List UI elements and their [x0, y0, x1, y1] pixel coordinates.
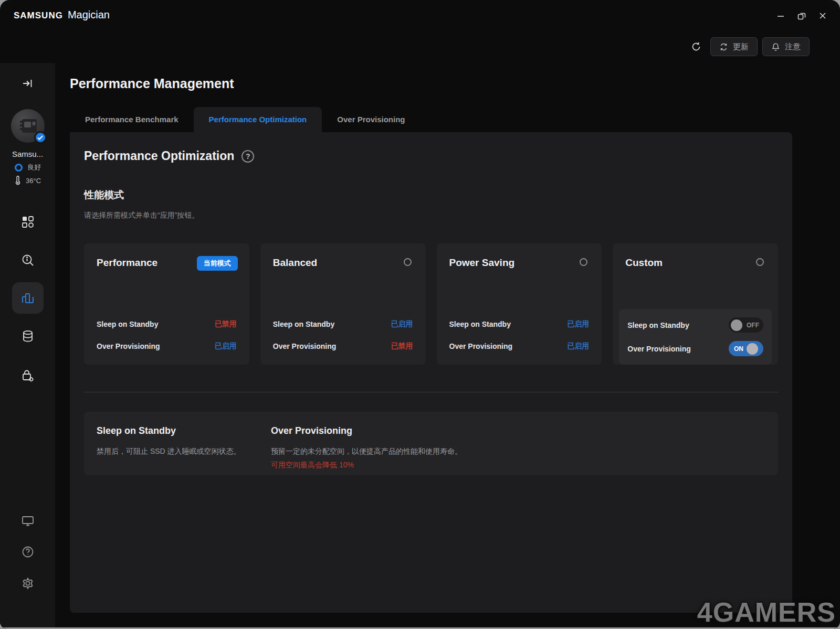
card-row: Sleep on Standby 已启用: [449, 319, 590, 329]
row-label: Sleep on Standby: [627, 321, 689, 329]
toggle-state-label: OFF: [747, 322, 759, 329]
row-status: 已启用: [391, 319, 413, 329]
update-button[interactable]: 更新: [710, 37, 758, 56]
custom-settings-panel: Sleep on Standby OFF Over Provisioning O…: [619, 309, 772, 365]
card-row: Sleep on Standby 已禁用: [97, 319, 237, 329]
monitor-icon: [21, 514, 35, 528]
mode-heading: 性能模式: [84, 188, 124, 202]
op-info: Over Provisioning 预留一定的未分配空间，以便提高产品的性能和使…: [271, 425, 462, 462]
row-label: Over Provisioning: [449, 342, 513, 350]
health-ring-icon: [14, 163, 23, 172]
toggle-knob: [747, 343, 758, 355]
row-label: Over Provisioning: [97, 342, 160, 350]
device-ok-badge: [34, 131, 47, 144]
sidebar-item-data-management[interactable]: [12, 321, 44, 352]
feature-info-card: Sleep on Standby 禁用后，可阻止 SSD 进入睡眠或空闲状态。 …: [84, 412, 778, 475]
sidebar-expand-button[interactable]: [22, 78, 34, 91]
row-label: Sleep on Standby: [449, 320, 511, 328]
close-icon: [819, 12, 826, 19]
app-window: SAMSUNG Magician: [0, 0, 840, 629]
refresh-icon: [691, 41, 701, 52]
question-circle-icon: [21, 545, 35, 559]
tab-over-provisioning[interactable]: Over Provisioning: [322, 107, 420, 132]
toggle-state-label: ON: [734, 345, 743, 353]
row-status: 已禁用: [215, 319, 237, 329]
sidebar-item-performance[interactable]: [12, 282, 44, 314]
title-bar: SAMSUNG Magician: [0, 0, 840, 30]
toggle-row: Over Provisioning ON: [627, 341, 763, 356]
check-icon: [37, 135, 43, 140]
restore-icon: [797, 12, 806, 20]
minimize-button[interactable]: [773, 8, 789, 23]
ssd-icon: [17, 117, 38, 135]
close-button[interactable]: [815, 8, 831, 23]
tab-performance-benchmark[interactable]: Performance Benchmark: [70, 107, 194, 132]
mode-radio[interactable]: [756, 258, 764, 266]
device-temperature: 36°C: [14, 176, 41, 185]
divider: [84, 392, 778, 392]
over-provisioning-toggle[interactable]: ON: [729, 341, 763, 356]
page-title: Performance Management: [70, 76, 234, 91]
sidebar-item-help[interactable]: [12, 536, 44, 568]
op-info-desc: 预留一定的未分配空间，以便提高产品的性能和使用寿命。: [271, 447, 462, 456]
temperature-label: 36°C: [26, 177, 41, 185]
row-label: Sleep on Standby: [97, 320, 158, 328]
refresh-button[interactable]: [687, 37, 706, 56]
mode-card-power-saving[interactable]: Power Saving Sleep on Standby 已启用 Over P…: [437, 243, 602, 365]
current-mode-badge: 当前模式: [197, 256, 238, 271]
row-label: Sleep on Standby: [273, 320, 334, 328]
card-row: Over Provisioning 已启用: [449, 342, 590, 351]
notice-button[interactable]: 注意: [762, 37, 810, 56]
window-controls: [773, 8, 831, 23]
sidebar-item-security[interactable]: [12, 360, 44, 391]
card-row: Sleep on Standby 已启用: [273, 319, 413, 329]
card-title: Custom: [625, 257, 765, 269]
tab-bar: Performance Benchmark Performance Optimi…: [70, 107, 420, 132]
mode-radio[interactable]: [404, 258, 412, 266]
sleep-info-desc: 禁用后，可阻止 SSD 进入睡眠或空闲状态。: [97, 447, 271, 456]
restore-button[interactable]: [794, 8, 810, 23]
card-title: Balanced: [273, 257, 413, 269]
card-row: Over Provisioning 已禁用: [273, 342, 413, 351]
mode-card-custom[interactable]: Custom Sleep on Standby OFF Over Provisi…: [613, 243, 778, 365]
device-avatar[interactable]: [11, 109, 45, 143]
bar-chart-icon: [20, 291, 35, 305]
health-label: 良好: [27, 163, 41, 172]
bell-icon: [771, 42, 780, 51]
mode-card-performance[interactable]: Performance 当前模式 Sleep on Standby 已禁用 Ov…: [84, 243, 249, 365]
mode-description: 请选择所需模式并单击“应用”按钮。: [84, 211, 199, 220]
toggle-knob: [731, 319, 742, 331]
row-status: 已启用: [215, 342, 237, 351]
mode-card-balanced[interactable]: Balanced Sleep on Standby 已启用 Over Provi…: [260, 243, 426, 365]
help-icon[interactable]: ?: [242, 150, 254, 163]
sidebar-item-system[interactable]: [12, 505, 44, 537]
tab-performance-optimization[interactable]: Performance Optimization: [194, 107, 322, 132]
dashboard-grid-icon: [21, 215, 35, 229]
op-info-title: Over Provisioning: [271, 425, 462, 436]
card-title: Power Saving: [449, 257, 590, 269]
notice-label: 注意: [785, 42, 801, 52]
minimize-icon: [777, 12, 784, 19]
sidebar-item-drive-details[interactable]: [12, 244, 44, 276]
lock-gear-icon: [21, 369, 35, 382]
sync-icon: [719, 42, 728, 51]
watermark: 4GAMERS: [697, 596, 836, 628]
row-label: Over Provisioning: [627, 345, 691, 353]
row-label: Over Provisioning: [273, 342, 337, 350]
mode-cards: Performance 当前模式 Sleep on Standby 已禁用 Ov…: [84, 243, 778, 365]
device-health: 良好: [14, 163, 41, 172]
sidebar-item-settings[interactable]: [12, 568, 44, 599]
section-title: Performance Optimization: [84, 149, 234, 163]
row-status: 已启用: [567, 319, 589, 329]
app-logo: SAMSUNG Magician: [14, 9, 110, 21]
brand-label: SAMSUNG: [14, 10, 63, 21]
app-name-label: Magician: [68, 9, 110, 21]
sidebar-item-dashboard[interactable]: [12, 206, 44, 238]
sidebar: Samsu... 良好 36°C: [0, 63, 55, 629]
row-status: 已启用: [567, 342, 589, 351]
sleep-on-standby-toggle[interactable]: OFF: [729, 317, 763, 333]
magnifier-info-icon: [21, 253, 35, 267]
row-status: 已禁用: [391, 342, 413, 351]
sleep-info-title: Sleep on Standby: [97, 425, 271, 436]
database-icon: [21, 329, 35, 343]
